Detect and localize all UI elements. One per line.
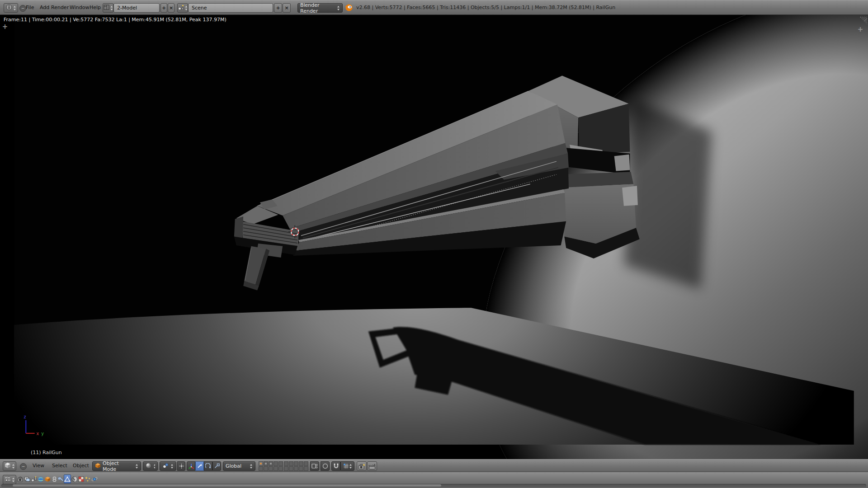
- layer-toggle[interactable]: [259, 466, 263, 471]
- layer-toggle[interactable]: [269, 461, 273, 466]
- menu-add[interactable]: Add: [40, 0, 49, 14]
- render-stats-overlay: Frame:11 | Time:00:00.21 | Ve:5772 Fa:75…: [4, 17, 226, 23]
- tab-render-layers[interactable]: [24, 474, 31, 483]
- delete-screen-layout-button[interactable]: ×: [168, 3, 175, 13]
- menu-render[interactable]: Render: [51, 0, 69, 14]
- blender-window: z x y Frame:11 | Time:00:00.21 | Ve:5772…: [0, 0, 868, 488]
- editor-type-selector[interactable]: [3, 475, 16, 484]
- expand-toolshelf-button[interactable]: +: [1, 23, 9, 31]
- translate-manipulator-button[interactable]: [195, 461, 204, 471]
- snap-grid-icon: [343, 463, 349, 469]
- scale-icon: [214, 463, 220, 469]
- layer-toggle[interactable]: [294, 466, 298, 471]
- menu-file[interactable]: File: [26, 0, 34, 14]
- shading-sphere-icon: [146, 463, 151, 470]
- translate-arrow-icon: [197, 463, 203, 469]
- layer-toggle[interactable]: [304, 466, 308, 471]
- layers-group-2: [284, 461, 308, 471]
- scale-manipulator-button[interactable]: [212, 461, 221, 471]
- scene-name-field[interactable]: Scene: [188, 3, 273, 13]
- updown-arrows-icon: [250, 464, 253, 469]
- proportional-edit-toggle[interactable]: [321, 461, 330, 471]
- layer-toggle[interactable]: [304, 461, 308, 466]
- rotate-manipulator-button[interactable]: [204, 461, 212, 471]
- menu-window[interactable]: Window: [70, 0, 89, 14]
- screen-layout-field[interactable]: 2-Model: [113, 3, 160, 13]
- layer-toggle[interactable]: [264, 461, 268, 466]
- transform-orientation-select[interactable]: Global: [223, 461, 255, 471]
- snap-element-select[interactable]: [340, 461, 354, 471]
- tab-world[interactable]: [37, 474, 44, 483]
- properties-editor-icon: [5, 476, 11, 483]
- collapse-menus-button[interactable]: −: [19, 5, 26, 12]
- screen-layout-icon-button[interactable]: [103, 3, 113, 13]
- editor-type-selector[interactable]: [4, 3, 18, 13]
- scene-icon: [178, 5, 184, 12]
- tab-object-data[interactable]: [64, 474, 71, 483]
- tab-material[interactable]: [71, 474, 78, 483]
- pivot-point-select[interactable]: [160, 461, 176, 471]
- layer-toggle[interactable]: [299, 466, 303, 471]
- expand-properties-button[interactable]: +: [856, 25, 864, 33]
- pivot-align-toggle[interactable]: [177, 461, 185, 471]
- viewport-shading-select[interactable]: [143, 461, 158, 471]
- opengl-render-anim-button[interactable]: [367, 461, 377, 471]
- viewport-3d[interactable]: z x y: [0, 15, 868, 459]
- updown-arrows-icon: [135, 464, 138, 469]
- editor-type-selector[interactable]: [3, 461, 16, 471]
- wall-shadow: [624, 99, 712, 289]
- scene-lock-icon: [311, 463, 318, 469]
- info-header: − File Add Render Window Help 2-Model + …: [0, 0, 868, 15]
- header-scrollbar-thumb[interactable]: [13, 484, 441, 487]
- lock-to-scene-toggle[interactable]: [310, 461, 319, 471]
- tab-particles[interactable]: [84, 474, 91, 483]
- object-mode-icon: [95, 463, 101, 470]
- tab-render[interactable]: [17, 474, 24, 483]
- menu-object[interactable]: Object: [73, 460, 89, 472]
- updown-arrows-icon: [170, 464, 174, 469]
- layer-toggle[interactable]: [289, 466, 293, 471]
- scene-icon-button[interactable]: [177, 3, 188, 13]
- layer-toggle[interactable]: [289, 461, 293, 466]
- layer-toggle[interactable]: [278, 461, 283, 466]
- tab-scene[interactable]: [30, 474, 38, 483]
- layer-toggle[interactable]: [274, 466, 278, 471]
- layer-toggle[interactable]: [294, 461, 298, 466]
- render-engine-select[interactable]: Blender Render: [297, 3, 343, 13]
- layer-toggle[interactable]: [284, 461, 288, 466]
- info-editor-icon: [6, 4, 12, 12]
- opengl-render-image-button[interactable]: [357, 461, 367, 471]
- tab-constraints[interactable]: [51, 474, 58, 483]
- menu-view[interactable]: View: [33, 460, 44, 472]
- layer-toggle[interactable]: [284, 466, 288, 471]
- axis-y-label: y: [41, 431, 44, 436]
- add-scene-button[interactable]: +: [274, 3, 282, 13]
- layer-toggle[interactable]: [278, 466, 283, 471]
- layer-toggle[interactable]: [259, 461, 263, 466]
- mode-select[interactable]: Object Mode: [92, 461, 141, 471]
- delete-scene-button[interactable]: ×: [283, 3, 291, 13]
- layer-toggle[interactable]: [274, 461, 278, 466]
- header-scrollbar[interactable]: [1, 484, 866, 487]
- updown-arrows-icon: [349, 464, 352, 469]
- rotate-arc-icon: [205, 463, 211, 469]
- collapse-menus-button[interactable]: −: [20, 463, 27, 470]
- pivot-point-icon: [162, 463, 169, 470]
- layer-toggle[interactable]: [264, 466, 268, 471]
- manipulator-toggle[interactable]: [187, 461, 195, 471]
- proportional-circle-icon: [322, 463, 328, 469]
- menu-help[interactable]: Help: [90, 0, 101, 14]
- tab-object[interactable]: [44, 474, 51, 483]
- layer-toggle[interactable]: [299, 461, 303, 466]
- layer-toggle[interactable]: [269, 466, 273, 471]
- view3d-header: − View Select Object Object Mode: [0, 459, 868, 472]
- properties-header: [0, 472, 868, 488]
- add-screen-layout-button[interactable]: +: [160, 3, 167, 13]
- axis-z-label: z: [24, 414, 26, 419]
- active-object-label: (11) RailGun: [31, 450, 62, 455]
- updown-arrows-icon: [12, 477, 15, 483]
- snap-toggle[interactable]: [331, 461, 340, 471]
- tab-physics[interactable]: [91, 474, 98, 483]
- menu-select[interactable]: Select: [52, 460, 67, 472]
- tab-texture[interactable]: [77, 474, 85, 483]
